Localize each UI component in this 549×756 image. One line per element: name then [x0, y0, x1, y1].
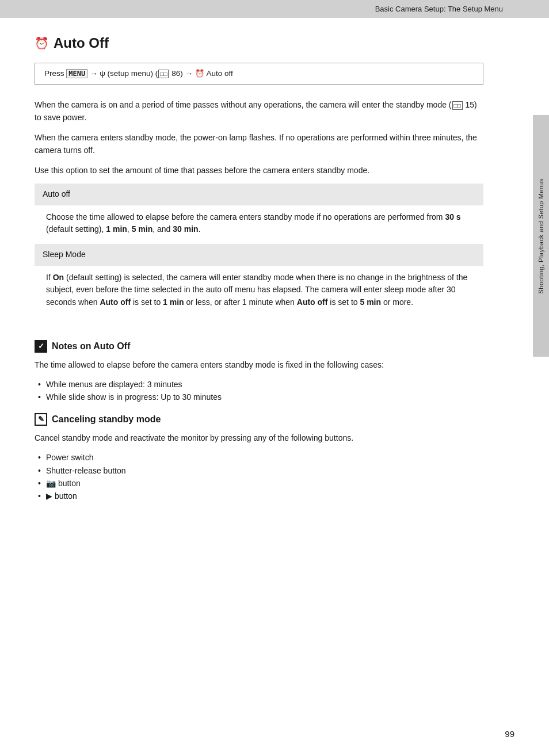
book-ref-1: □□: [452, 101, 463, 110]
cancel-title: ✎ Canceling standby mode: [35, 413, 483, 426]
nav-autooff-icon: ⏰: [195, 69, 204, 78]
table-row-sleep-content: If On (default setting) is selected, the…: [35, 266, 483, 317]
body-para-3: Use this option to set the amount of tim…: [35, 164, 483, 177]
table-row-autooff-content: Choose the time allowed to elapse before…: [35, 205, 483, 244]
cancel-section: ✎ Canceling standby mode Cancel standby …: [35, 413, 483, 503]
nav-arrow1: →: [87, 69, 100, 78]
nav-autooff-label: Auto off: [204, 69, 233, 78]
sleep-row-content: If On (default setting) is selected, the…: [35, 266, 483, 317]
cancel-title-text: Canceling standby mode: [52, 414, 161, 425]
page-title-text: Auto Off: [54, 35, 109, 51]
sleep-on-text: On: [53, 273, 64, 282]
notes-title-text: Notes on Auto Off: [52, 341, 130, 352]
table-row-autooff-header: Auto off: [35, 184, 483, 205]
camera-icon: 📷: [46, 479, 56, 488]
autooff-row-content: Choose the time allowed to elapse before…: [35, 205, 483, 244]
sleep-row-header: Sleep Mode: [35, 244, 483, 266]
nav-box: Press MENU → ψ (setup menu) (□□ 86) → ⏰ …: [35, 63, 483, 85]
menu-button-label: MENU: [66, 69, 87, 78]
body-para-1: When the camera is on and a period of ti…: [35, 98, 483, 124]
body-para-2: When the camera enters standby mode, the…: [35, 131, 483, 157]
cancel-bullet-4: ▶ button: [35, 490, 483, 502]
sleep-1min-ref: 1 min: [163, 297, 184, 307]
time-5min: 5 min: [132, 224, 153, 234]
sleep-autooff-ref1: Auto off: [100, 297, 131, 307]
cancel-body: Cancel standby mode and reactivate the m…: [35, 432, 483, 444]
autooff-row-header: Auto off: [35, 184, 483, 205]
header-title: Basic Camera Setup: The Setup Menu: [375, 5, 503, 13]
page-title: ⏰ Auto Off: [35, 35, 483, 51]
pencil-icon: ✎: [35, 413, 47, 426]
time-30s: 30 s: [445, 212, 460, 222]
sleep-5min-ref: 5 min: [360, 297, 381, 307]
cancel-bullet-list: Power switch Shutter-release button 📷 bu…: [35, 451, 483, 503]
page-number: 99: [505, 729, 514, 739]
autooff-icon: ⏰: [35, 36, 49, 50]
table-row-sleep-header: Sleep Mode: [35, 244, 483, 266]
notes-body: The time allowed to elapse before the ca…: [35, 358, 483, 371]
side-tab-label: Shooting, Playback and Setup Menus: [537, 178, 544, 293]
nav-book-ref: □□: [158, 70, 169, 78]
time-30min: 30 min: [173, 224, 198, 234]
time-1min: 1 min: [106, 224, 127, 234]
header-bar: Basic Camera Setup: The Setup Menu: [0, 0, 549, 18]
cancel-bullet-3: 📷 button: [35, 477, 483, 490]
side-tab: Shooting, Playback and Setup Menus: [533, 115, 549, 357]
checkmark-icon: ✓: [35, 340, 47, 353]
notes-bullet-1: While menus are displayed: 3 minutes: [35, 378, 483, 391]
sleep-autooff-ref2: Auto off: [297, 297, 328, 307]
notes-section: ✓ Notes on Auto Off The time allowed to …: [35, 340, 483, 404]
cancel-bullet-2: Shutter-release button: [35, 464, 483, 477]
notes-bullet-2: While slide show is in progress: Up to 3…: [35, 391, 483, 403]
notes-title: ✓ Notes on Auto Off: [35, 340, 483, 353]
nav-wrench-icon: ψ: [100, 69, 105, 78]
nav-page-ref: 86) →: [169, 69, 195, 78]
play-icon: ▶: [46, 491, 52, 501]
nav-press-label: Press: [44, 69, 66, 78]
notes-bullet-list: While menus are displayed: 3 minutes Whi…: [35, 378, 483, 404]
info-table: Auto off Choose the time allowed to elap…: [35, 184, 483, 317]
nav-setup-text: (setup menu) (: [105, 69, 158, 78]
cancel-bullet-1: Power switch: [35, 451, 483, 464]
main-content: ⏰ Auto Off Press MENU → ψ (setup menu) (…: [0, 18, 529, 535]
